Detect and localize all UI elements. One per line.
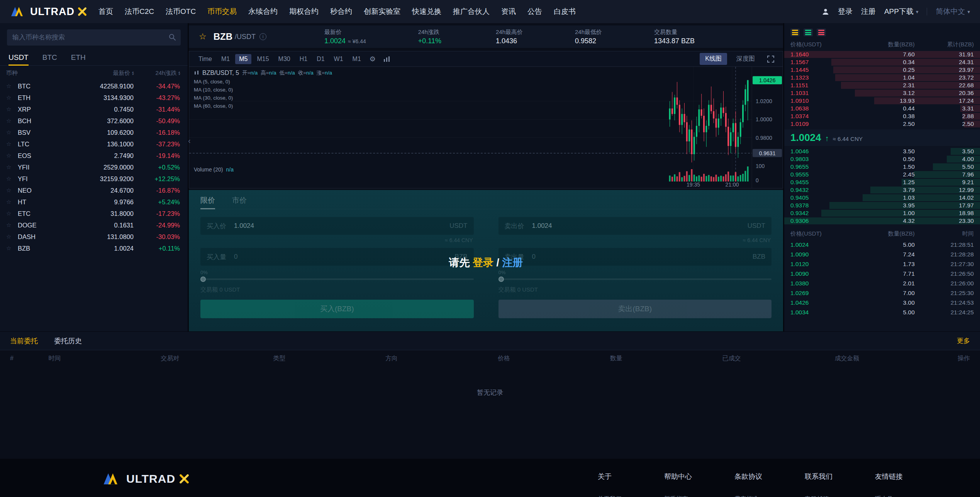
footer-link[interactable]: 关于我们	[598, 495, 622, 497]
interval-button[interactable]: Time	[195, 54, 216, 64]
orderbook-ask-row[interactable]: 1.01092.502.50	[784, 120, 980, 128]
favorite-star-icon[interactable]: ☆	[6, 141, 18, 148]
orderbook-bid-row[interactable]: 0.93421.0018.98	[784, 209, 980, 217]
orderbook-ask-row[interactable]: 1.03740.382.88	[784, 112, 980, 120]
market-row[interactable]: ☆ DASH 131.0800 -30.03%	[0, 231, 188, 243]
market-tab[interactable]: ETH	[71, 49, 86, 65]
orderbook-bid-row[interactable]: 0.94551.259.21	[784, 178, 980, 186]
favorite-star-icon[interactable]: ☆	[6, 198, 18, 205]
favorite-star-icon[interactable]: ☆	[6, 106, 18, 113]
orderbook-ask-row[interactable]: 1.16407.6031.91	[784, 51, 980, 58]
buy-price-input[interactable]: 买入价 1.0024 USDT	[200, 217, 474, 235]
interval-button[interactable]: M15	[253, 54, 273, 64]
nav-item[interactable]: 首页	[98, 7, 113, 17]
favorite-star-icon[interactable]: ☆	[6, 222, 18, 229]
favorite-star-icon[interactable]: ☆	[6, 129, 18, 136]
nav-item[interactable]: 币币交易	[207, 7, 237, 17]
trade-tab[interactable]: 限价	[200, 192, 215, 209]
market-row[interactable]: ☆ YFII 2529.0000 +0.52%	[0, 161, 188, 173]
nav-item[interactable]: 资讯	[501, 7, 516, 17]
sell-button[interactable]: 卖出(BZB)	[498, 300, 772, 318]
market-tab[interactable]: BTC	[42, 49, 57, 65]
app-download-menu[interactable]: APP下载▾	[884, 7, 919, 17]
fullscreen-icon[interactable]	[764, 56, 777, 63]
chart-settings-gear-icon[interactable]: ⚙	[366, 55, 379, 63]
nav-item[interactable]: 期权合约	[289, 7, 319, 17]
depth-mode-button[interactable]: 深度图	[731, 53, 760, 65]
orderbook-bid-row[interactable]: 0.94323.7912.99	[784, 186, 980, 194]
nav-item[interactable]: 法币C2C	[125, 7, 154, 17]
favorite-star-icon[interactable]: ☆	[6, 175, 18, 182]
nav-item[interactable]: 快速兑换	[412, 7, 441, 17]
indicators-icon[interactable]	[380, 56, 393, 62]
orderbook-ask-row[interactable]: 1.10313.1220.36	[784, 89, 980, 97]
market-row[interactable]: ☆ ETH 3134.9300 -43.27%	[0, 92, 188, 103]
slider-knob[interactable]	[498, 276, 504, 282]
orderbook-bid-row[interactable]: 0.93064.3223.30	[784, 217, 980, 225]
market-row[interactable]: ☆ LTC 136.1000 -37.23%	[0, 138, 188, 150]
info-icon[interactable]: i	[259, 33, 266, 40]
orderbook-bid-row[interactable]: 0.98030.504.00	[784, 155, 980, 163]
favorite-star-icon[interactable]: ☆	[6, 210, 18, 217]
orderbook-ask-row[interactable]: 1.15670.3424.31	[784, 58, 980, 66]
market-row[interactable]: ☆ BSV 109.6200 -16.18%	[0, 127, 188, 138]
footer-link[interactable]: 费率标准	[734, 495, 762, 497]
orderbook-view-all-icon[interactable]	[790, 29, 800, 36]
col-change[interactable]: 24h涨跌▴▾	[134, 70, 180, 77]
trade-tab[interactable]: 市价	[232, 192, 247, 209]
nav-item[interactable]: 法币OTC	[166, 7, 196, 17]
market-row[interactable]: ☆ HT 9.9766 +5.24%	[0, 196, 188, 208]
orderbook-bid-row[interactable]: 1.00463.503.50	[784, 148, 980, 155]
orderbook-view-asks-icon[interactable]	[817, 29, 826, 36]
orderbook-bid-row[interactable]: 0.96551.505.50	[784, 163, 980, 171]
search-input[interactable]	[7, 29, 181, 46]
interval-button[interactable]: M1	[349, 54, 365, 64]
footer-link[interactable]: 币小号	[875, 495, 903, 497]
nav-item[interactable]: 推广合伙人	[453, 7, 490, 17]
market-row[interactable]: ☆ DOGE 0.1631 -24.99%	[0, 219, 188, 231]
interval-button[interactable]: H1	[296, 54, 311, 64]
sell-price-input[interactable]: 卖出价 1.0024 USDT	[498, 217, 772, 235]
market-row[interactable]: ☆ NEO 24.6700 -16.87%	[0, 185, 188, 196]
footer-link[interactable]: 新手指南	[664, 495, 692, 497]
more-link[interactable]: 更多	[957, 336, 970, 345]
nav-item[interactable]: 秒合约	[330, 7, 352, 17]
orderbook-ask-row[interactable]: 1.14450.2523.97	[784, 66, 980, 74]
favorite-star-icon[interactable]: ☆	[6, 187, 18, 194]
market-row[interactable]: ☆ BCH 372.6000 -50.49%	[0, 115, 188, 127]
favorite-star-icon[interactable]: ☆	[6, 245, 18, 252]
market-row[interactable]: ☆ ETC 31.8000 -17.23%	[0, 208, 188, 219]
market-tab[interactable]: USDT	[8, 49, 29, 65]
interval-button[interactable]: M1	[217, 54, 234, 64]
buy-button[interactable]: 买入(BZB)	[200, 300, 474, 318]
nav-item[interactable]: 白皮书	[554, 7, 576, 17]
nav-item[interactable]: 创新实验室	[364, 7, 400, 17]
favorite-star-icon[interactable]: ☆	[6, 94, 18, 101]
orderbook-bid-row[interactable]: 0.94051.0314.02	[784, 194, 980, 202]
pair-favorite-star-icon[interactable]: ☆	[199, 32, 207, 42]
sell-amount-slider[interactable]	[498, 278, 772, 280]
interval-button[interactable]: M30	[275, 54, 294, 64]
orders-tab[interactable]: 委托历史	[54, 336, 82, 346]
slider-knob[interactable]	[200, 276, 206, 282]
collapse-sidebar-handle[interactable]: ‹	[188, 136, 191, 145]
search-icon[interactable]	[168, 33, 176, 41]
register-link[interactable]: 注册	[861, 7, 876, 17]
overlay-register-link[interactable]: 注册	[502, 257, 523, 268]
user-icon[interactable]	[822, 8, 829, 15]
interval-button[interactable]: M5	[235, 54, 251, 64]
interval-button[interactable]: D1	[313, 54, 328, 64]
orderbook-bid-row[interactable]: 0.95552.457.96	[784, 171, 980, 178]
orders-tab[interactable]: 当前委托	[10, 336, 38, 346]
brand-logo[interactable]: ULTRAD	[10, 6, 87, 18]
footer-link[interactable]: 客服邮箱	[805, 495, 832, 497]
orderbook-ask-row[interactable]: 1.13231.0423.72	[784, 74, 980, 81]
nav-item[interactable]: 公告	[527, 7, 542, 17]
candlestick-chart[interactable]: ‹ BZB/USDT, 5 开=n/a高=n/a低=n/a收=n/a涨=n/a …	[189, 67, 783, 188]
overlay-login-link[interactable]: 登录	[473, 257, 493, 268]
favorite-star-icon[interactable]: ☆	[6, 83, 18, 90]
orderbook-view-bids-icon[interactable]	[804, 29, 813, 36]
interval-button[interactable]: W1	[330, 54, 347, 64]
market-row[interactable]: ☆ BZB 1.0024 +0.11%	[0, 243, 188, 254]
favorite-star-icon[interactable]: ☆	[6, 117, 18, 124]
